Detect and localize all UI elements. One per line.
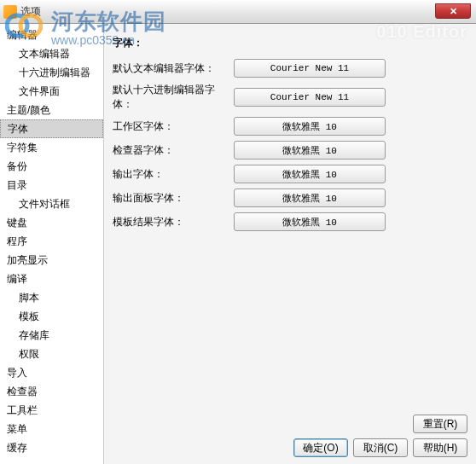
main-panel: 字体： 默认文本编辑器字体：Courier New 11默认十六进制编辑器字体：… [104, 24, 476, 464]
sidebar: 编辑器文本编辑器十六进制编辑器文件界面主题/颜色字体字符集备份目录文件对话框键盘… [0, 24, 104, 464]
font-row-label: 模板结果字体： [113, 215, 234, 229]
sidebar-item[interactable]: 菜单 [0, 420, 103, 438]
close-button[interactable]: ✕ [435, 3, 471, 19]
sidebar-item[interactable]: 字体 [0, 119, 103, 138]
sidebar-item[interactable]: 程序 [0, 232, 103, 251]
sidebar-item[interactable]: 模板 [0, 307, 103, 326]
app-icon [3, 5, 17, 19]
font-row-label: 输出字体： [113, 167, 234, 182]
font-picker-button[interactable]: Courier New 11 [234, 59, 386, 78]
font-row-label: 检查器字体： [113, 143, 234, 158]
font-picker-button[interactable]: 微软雅黑 10 [234, 117, 386, 136]
ok-button[interactable]: 确定(O) [293, 438, 348, 457]
font-row: 检查器字体：微软雅黑 10 [113, 141, 467, 160]
dialog-buttons: 重置(R) 确定(O) 取消(C) 帮助(H) [293, 415, 467, 457]
sidebar-item[interactable]: 检查器 [0, 382, 103, 401]
sidebar-item[interactable]: 主题/颜色 [0, 101, 103, 119]
sidebar-item[interactable]: 脚本 [0, 288, 103, 307]
font-picker-button[interactable]: 微软雅黑 10 [234, 188, 386, 207]
font-row-label: 工作区字体： [113, 119, 234, 134]
sidebar-item[interactable]: 编辑器 [0, 26, 103, 44]
font-row-label: 输出面板字体： [113, 191, 234, 206]
font-row: 工作区字体：微软雅黑 10 [113, 117, 467, 136]
sidebar-item[interactable]: 文件界面 [0, 82, 103, 101]
sidebar-item[interactable]: 十六进制编辑器 [0, 63, 103, 82]
window-title: 选项 [20, 4, 41, 19]
close-icon: ✕ [450, 7, 457, 16]
font-row-label: 默认文本编辑器字体： [113, 61, 234, 76]
font-row: 输出字体：微软雅黑 10 [113, 165, 467, 183]
titlebar: 选项 ✕ [0, 0, 476, 24]
sidebar-item[interactable]: 键盘 [0, 213, 103, 232]
font-row: 默认文本编辑器字体：Courier New 11 [113, 59, 467, 78]
sidebar-item[interactable]: 存储库 [0, 326, 103, 345]
cancel-button[interactable]: 取消(C) [353, 438, 408, 457]
font-picker-button[interactable]: 微软雅黑 10 [234, 141, 386, 160]
sidebar-item[interactable]: 导入 [0, 363, 103, 382]
sidebar-item[interactable]: 字符集 [0, 138, 103, 157]
font-row-label: 默认十六进制编辑器字体： [113, 83, 234, 112]
sidebar-item[interactable]: 缓存 [0, 438, 103, 457]
font-row: 默认十六进制编辑器字体：Courier New 11 [113, 83, 467, 112]
help-button[interactable]: 帮助(H) [413, 438, 467, 457]
sidebar-item[interactable]: 目录 [0, 176, 103, 194]
font-picker-button[interactable]: 微软雅黑 10 [234, 165, 386, 183]
sidebar-item[interactable]: 编译 [0, 270, 103, 288]
font-row: 模板结果字体：微软雅黑 10 [113, 212, 467, 231]
font-picker-button[interactable]: 微软雅黑 10 [234, 212, 386, 231]
sidebar-item[interactable]: 文件对话框 [0, 194, 103, 213]
sidebar-item[interactable]: 加亮显示 [0, 251, 103, 270]
sidebar-item[interactable]: 文本编辑器 [0, 44, 103, 63]
reset-button[interactable]: 重置(R) [413, 415, 467, 433]
font-picker-button[interactable]: Courier New 11 [234, 88, 386, 107]
content-area: 编辑器文本编辑器十六进制编辑器文件界面主题/颜色字体字符集备份目录文件对话框键盘… [0, 24, 476, 464]
sidebar-item[interactable]: 备份 [0, 157, 103, 176]
section-title: 字体： [113, 36, 467, 50]
sidebar-item[interactable]: 工具栏 [0, 401, 103, 420]
sidebar-item[interactable]: 权限 [0, 345, 103, 363]
font-row: 输出面板字体：微软雅黑 10 [113, 188, 467, 207]
